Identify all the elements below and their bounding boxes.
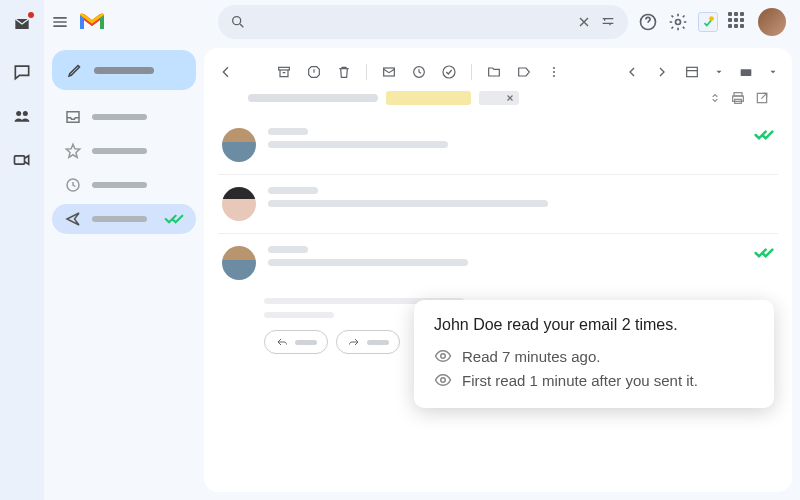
sidebar-item-sent[interactable] xyxy=(52,204,196,234)
svg-rect-2 xyxy=(15,156,25,164)
sidebar-item-label xyxy=(92,182,147,188)
delete-icon[interactable] xyxy=(336,64,352,80)
search-icon xyxy=(230,14,246,30)
message-row[interactable] xyxy=(218,233,778,292)
subject-row xyxy=(218,86,778,116)
popup-row: Read 7 minutes ago. xyxy=(434,344,754,368)
back-icon[interactable] xyxy=(218,64,234,80)
message-body xyxy=(268,246,742,266)
print-icon[interactable] xyxy=(730,90,746,106)
message-row[interactable] xyxy=(218,116,778,174)
clear-icon[interactable] xyxy=(576,14,592,30)
pencil-icon xyxy=(66,61,84,79)
svg-rect-9 xyxy=(279,67,290,70)
svg-point-14 xyxy=(553,71,555,73)
svg-point-12 xyxy=(443,66,455,78)
mark-unread-icon[interactable] xyxy=(381,64,397,80)
expand-icon[interactable] xyxy=(708,91,722,105)
compose-button[interactable] xyxy=(52,50,196,90)
add-task-icon[interactable] xyxy=(441,64,457,80)
rail-spaces-icon[interactable] xyxy=(12,106,32,126)
input-tools-icon[interactable] xyxy=(738,64,754,80)
star-icon xyxy=(64,142,82,160)
eye-icon xyxy=(434,371,452,389)
menu-icon[interactable] xyxy=(50,12,70,32)
search-options-icon[interactable] xyxy=(600,14,616,30)
svg-point-0 xyxy=(16,111,21,116)
read-receipt-popup: John Doe read your email 2 times. Read 7… xyxy=(414,300,774,408)
chevron-down-icon[interactable] xyxy=(714,64,724,80)
label-icon[interactable] xyxy=(516,64,532,80)
svg-rect-17 xyxy=(741,69,752,76)
read-receipt-icon[interactable] xyxy=(754,246,774,260)
message-body xyxy=(268,128,742,148)
header xyxy=(204,0,800,44)
svg-point-7 xyxy=(676,20,681,25)
account-avatar[interactable] xyxy=(758,8,786,36)
svg-point-5 xyxy=(233,17,241,25)
rail-meet-icon[interactable] xyxy=(12,150,32,170)
label-chip[interactable] xyxy=(479,91,519,105)
message-toolbar xyxy=(218,58,778,86)
help-icon[interactable] xyxy=(638,12,658,32)
content-line xyxy=(264,312,334,318)
reply-icon xyxy=(275,336,289,348)
newer-icon[interactable] xyxy=(654,64,670,80)
topbar-left xyxy=(44,0,204,44)
reply-button[interactable] xyxy=(264,330,328,354)
subject-text xyxy=(248,94,378,102)
rail-chat-icon[interactable] xyxy=(12,62,32,82)
sidebar-item-inbox[interactable] xyxy=(52,102,196,132)
message-row[interactable] xyxy=(218,174,778,233)
sender-avatar xyxy=(222,187,256,221)
main-area: John Doe read your email 2 times. Read 7… xyxy=(204,0,800,500)
popup-row: First read 1 minute after you sent it. xyxy=(434,368,754,392)
sidebar-item-label xyxy=(92,216,147,222)
forward-icon xyxy=(347,336,361,348)
popup-line: Read 7 minutes ago. xyxy=(462,348,600,365)
svg-point-8 xyxy=(709,16,714,21)
extensions-icon[interactable] xyxy=(698,12,718,32)
older-icon[interactable] xyxy=(624,64,640,80)
sender-avatar xyxy=(222,246,256,280)
settings-icon[interactable] xyxy=(668,12,688,32)
sender-name xyxy=(268,246,308,253)
message-snippet xyxy=(268,141,448,148)
rail-mail-icon[interactable] xyxy=(12,14,32,34)
chevron-down-icon[interactable] xyxy=(768,64,778,80)
popup-title: John Doe read your email 2 times. xyxy=(434,316,754,334)
forward-button[interactable] xyxy=(336,330,400,354)
split-pane-icon[interactable] xyxy=(684,64,700,80)
label-chip[interactable] xyxy=(386,91,471,105)
apps-icon[interactable] xyxy=(728,12,748,32)
popup-line: First read 1 minute after you sent it. xyxy=(462,372,698,389)
archive-icon[interactable] xyxy=(276,64,292,80)
read-receipt-icon[interactable] xyxy=(754,128,774,142)
sidebar xyxy=(44,0,204,500)
new-window-icon[interactable] xyxy=(754,90,770,106)
sidebar-item-label xyxy=(92,114,147,120)
app-root: John Doe read your email 2 times. Read 7… xyxy=(0,0,800,500)
snooze-icon[interactable] xyxy=(411,64,427,80)
sidebar-item-snoozed[interactable] xyxy=(52,170,196,200)
reply-label xyxy=(295,340,317,345)
sidebar-item-starred[interactable] xyxy=(52,136,196,166)
more-icon[interactable] xyxy=(546,64,562,80)
search-input[interactable] xyxy=(218,5,628,39)
svg-point-22 xyxy=(441,354,446,359)
spam-icon[interactable] xyxy=(306,64,322,80)
compose-label xyxy=(94,67,154,74)
content-panel: John Doe read your email 2 times. Read 7… xyxy=(204,48,792,492)
rail-mail-badge xyxy=(26,10,36,20)
sender-avatar xyxy=(222,128,256,162)
move-icon[interactable] xyxy=(486,64,502,80)
svg-rect-16 xyxy=(687,67,698,76)
sidebar-item-label xyxy=(92,148,147,154)
eye-icon xyxy=(434,347,452,365)
svg-point-1 xyxy=(23,111,28,116)
message-snippet xyxy=(268,200,548,207)
sender-name xyxy=(268,128,308,135)
gmail-logo-icon xyxy=(78,12,106,32)
message-body xyxy=(268,187,774,207)
svg-point-13 xyxy=(553,67,555,69)
